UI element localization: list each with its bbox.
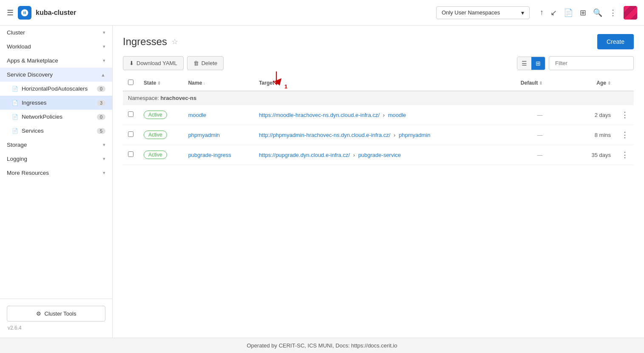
- row-name-cell: moodle: [183, 105, 254, 125]
- state-sort-icon: ⇕: [157, 81, 161, 85]
- sidebar-item-hpa[interactable]: 📄 HorizontalPodAutoscalers 0: [0, 82, 112, 96]
- table-header-row: State⇕ Name↓ Target⇕ Default⇕ Age⇕: [123, 75, 634, 91]
- row-target-url-link[interactable]: http://phpmyadmin-hrachovec-ns.dyn.cloud…: [259, 132, 390, 138]
- row-checkbox[interactable]: [128, 111, 133, 117]
- row-name-link[interactable]: phpmyadmin: [188, 132, 220, 138]
- table-row: Active moodle https://moodle-hrachovec-n…: [123, 105, 634, 125]
- filter-input[interactable]: [549, 56, 634, 70]
- namespace-chevron-icon: ▾: [521, 9, 524, 16]
- sidebar-item-cluster[interactable]: Cluster ▾: [0, 26, 112, 40]
- services-folder-icon: 📄: [12, 128, 18, 134]
- ingresses-folder-icon: 📄: [12, 100, 18, 106]
- name-column-header[interactable]: Name↓: [183, 75, 254, 91]
- sidebar-footer: ⚙ Cluster Tools v2.6.4: [0, 299, 112, 338]
- terminal-icon[interactable]: ↙: [550, 8, 557, 17]
- sidebar-item-logging-label: Logging: [7, 156, 27, 162]
- sidebar-item-apps-marketplace[interactable]: Apps & Marketplace ▾: [0, 54, 112, 68]
- default-sort-icon: ⇕: [539, 81, 542, 85]
- namespace-selector[interactable]: Only User Namespaces ▾: [436, 6, 530, 19]
- ingresses-table: State⇕ Name↓ Target⇕ Default⇕ Age⇕: [123, 75, 634, 165]
- row-actions-icon[interactable]: ⋮: [621, 131, 629, 139]
- header-icons: ↑ ↙ 📄 ⊞ 🔍 ⋮: [540, 6, 637, 20]
- age-sort-icon: ⇕: [607, 81, 611, 85]
- sidebar-item-more-resources[interactable]: More Resources ▾: [0, 166, 112, 180]
- avatar[interactable]: [624, 6, 637, 20]
- sidebar-item-services[interactable]: 📄 Services 5: [0, 124, 112, 138]
- services-badge: 5: [97, 128, 105, 134]
- network-policies-folder-icon: 📄: [12, 114, 18, 120]
- file-icon[interactable]: 📄: [564, 8, 573, 17]
- page-title-area: Ingresses ☆: [123, 36, 178, 48]
- grid-view-button[interactable]: ⊞: [531, 57, 545, 70]
- row-default-value: —: [537, 152, 542, 158]
- cluster-name: kuba-cluster: [36, 9, 76, 17]
- row-actions-cell[interactable]: ⋮: [616, 125, 634, 145]
- row-actions-icon[interactable]: ⋮: [621, 151, 629, 159]
- status-badge: Active: [144, 151, 167, 159]
- sidebar-item-services-label: Services: [22, 128, 44, 134]
- row-actions-icon[interactable]: ⋮: [621, 111, 629, 119]
- create-button[interactable]: Create: [597, 34, 634, 49]
- sidebar-item-storage[interactable]: Storage ▾: [0, 138, 112, 152]
- sidebar-item-more-resources-label: More Resources: [7, 170, 49, 176]
- row-name-cell: phpmyadmin: [183, 125, 254, 145]
- search-icon[interactable]: 🔍: [593, 8, 602, 17]
- main-content: Ingresses ☆ Create ⬇ Download YAML 🗑 Del…: [113, 26, 644, 338]
- logo-icon: [20, 9, 29, 17]
- sidebar-item-cluster-label: Cluster: [7, 29, 25, 36]
- footer: Operated by CERIT-SC, ICS MUNI, Docs: ht…: [0, 338, 644, 353]
- row-name-cell: pubgrade-ingress: [183, 145, 254, 165]
- workload-chevron-icon: ▾: [103, 44, 105, 49]
- sidebar-item-workload-label: Workload: [7, 43, 31, 50]
- row-checkbox-cell[interactable]: [123, 145, 139, 165]
- row-target-cell: http://phpmyadmin-hrachovec-ns.dyn.cloud…: [254, 125, 495, 145]
- sidebar-item-ingresses[interactable]: 📄 Ingresses 3: [0, 96, 112, 110]
- footer-text: Operated by CERIT-SC, ICS MUNI, Docs: ht…: [247, 342, 397, 349]
- sidebar-item-network-policies[interactable]: 📄 NetworkPolicies 0: [0, 110, 112, 124]
- row-age-value: 35 days: [591, 152, 611, 158]
- sidebar-item-logging[interactable]: Logging ▾: [0, 152, 112, 166]
- row-state-cell: Active: [139, 105, 183, 125]
- sidebar-item-workload[interactable]: Workload ▾: [0, 40, 112, 54]
- table-container: State⇕ Name↓ Target⇕ Default⇕ Age⇕: [113, 75, 644, 338]
- copy-icon[interactable]: ⊞: [580, 8, 586, 17]
- row-age-value: 8 mins: [595, 132, 611, 138]
- more-icon[interactable]: ⋮: [609, 8, 617, 17]
- row-target-arrow-icon: ›: [383, 112, 385, 118]
- list-view-button[interactable]: ☰: [517, 57, 531, 70]
- state-column-header[interactable]: State⇕: [139, 75, 183, 91]
- row-actions-cell[interactable]: ⋮: [616, 105, 634, 125]
- age-column-header[interactable]: Age⇕: [576, 75, 616, 91]
- row-checkbox-cell[interactable]: [123, 125, 139, 145]
- row-target-cell: https://moodle-hrachovec-ns.dyn.cloud.e-…: [254, 105, 495, 125]
- row-target-service-link[interactable]: pubgrade-service: [358, 152, 401, 158]
- sidebar-item-service-discovery[interactable]: Service Discovery ▲: [0, 68, 112, 82]
- page-title: Ingresses: [123, 36, 167, 48]
- download-yaml-button[interactable]: ⬇ Download YAML: [123, 56, 184, 70]
- select-all-checkbox[interactable]: [128, 80, 133, 85]
- delete-button[interactable]: 🗑 Delete: [187, 56, 224, 70]
- upload-icon[interactable]: ↑: [540, 8, 544, 17]
- row-checkbox[interactable]: [128, 151, 133, 157]
- checkbox-header[interactable]: [123, 75, 139, 91]
- row-checkbox-cell[interactable]: [123, 105, 139, 125]
- row-target-service-link[interactable]: phpmyadmin: [399, 132, 430, 138]
- network-policies-badge: 0: [97, 114, 105, 120]
- row-target-url-link[interactable]: https://pupgrade.dyn.cloud.e-infra.cz/: [259, 152, 350, 158]
- favorite-star-icon[interactable]: ☆: [171, 37, 178, 46]
- target-column-header[interactable]: Target⇕: [254, 75, 495, 91]
- row-name-link[interactable]: moodle: [188, 112, 207, 118]
- sidebar: Cluster ▾ Workload ▾ Apps & Marketplace …: [0, 26, 113, 338]
- actions-column-header: [616, 75, 634, 91]
- row-checkbox[interactable]: [128, 131, 133, 137]
- download-yaml-label: Download YAML: [136, 60, 177, 66]
- row-target-url-link[interactable]: https://moodle-hrachovec-ns.dyn.cloud.e-…: [259, 112, 380, 118]
- hamburger-icon[interactable]: ☰: [7, 8, 14, 17]
- default-column-header[interactable]: Default⇕: [495, 75, 576, 91]
- cluster-tools-button[interactable]: ⚙ Cluster Tools: [7, 306, 105, 322]
- row-actions-cell[interactable]: ⋮: [616, 145, 634, 165]
- row-name-link[interactable]: pubgrade-ingress: [188, 152, 231, 158]
- row-age-cell: 35 days: [576, 145, 616, 165]
- sidebar-item-ingresses-label: Ingresses: [22, 100, 47, 106]
- row-target-service-link[interactable]: moodle: [388, 112, 406, 118]
